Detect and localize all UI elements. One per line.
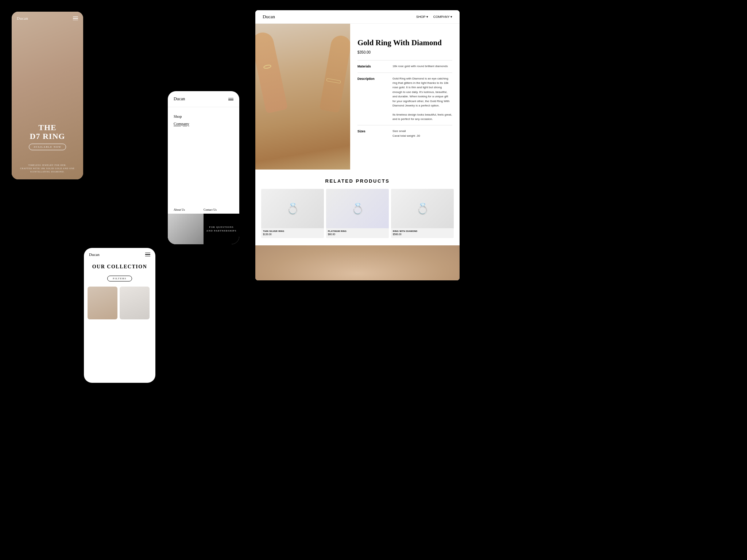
contact-us-label: Contact Us <box>204 208 233 211</box>
product-item-2[interactable] <box>120 287 150 319</box>
mobile2-logo: Ducan <box>174 96 185 102</box>
desktop-logo: Ducan <box>263 14 275 20</box>
description-label: Description <box>357 77 390 122</box>
hand-left <box>255 31 288 114</box>
hand-right <box>319 34 350 113</box>
nav-company[interactable]: Company <box>174 120 233 128</box>
detail-row-sizes: Sizes Size smallCarat total weight .30 <box>357 125 452 142</box>
product-title: Gold Ring With Diamond <box>357 38 452 47</box>
related-product-3-name: RING WITH DIAMOND <box>391 228 454 233</box>
nav-shop-link[interactable]: SHOP ▾ <box>416 15 428 19</box>
sizes-label: Sizes <box>357 129 390 138</box>
nav-shop[interactable]: Shop <box>174 113 233 120</box>
mobile3-logo: Ducan <box>89 252 100 257</box>
mobile1-footer: TIMELESS JEWELRY FOR HER.CRAFTED WITH 18… <box>12 164 83 174</box>
ring-decoration <box>263 64 272 69</box>
product-info-panel: Gold Ring With Diamond $350.00 Materials… <box>350 24 460 170</box>
portrait-strip <box>255 245 460 280</box>
related-product-3[interactable]: 💍 RING WITH DIAMOND $580.00 <box>391 189 454 238</box>
related-product-1[interactable]: 💍 THIN SILVER RING $130.00 <box>261 189 324 238</box>
product-item-1[interactable] <box>88 287 117 319</box>
ring-icon-2: 💍 <box>351 202 364 215</box>
materials-label: Materials <box>357 64 390 69</box>
hamburger-icon-3[interactable] <box>145 253 150 257</box>
related-products-section: RELATED PRODUCTS 💍 THIN SILVER RING $130… <box>255 170 460 245</box>
detail-row-description: Description Gold Ring with Diamond is an… <box>357 73 452 125</box>
about-us-label: About Us <box>174 208 204 211</box>
about-image[interactable] <box>168 214 204 244</box>
related-product-1-image: 💍 <box>261 189 324 228</box>
related-product-2-name: PLATINUM RING <box>326 228 389 233</box>
related-product-1-price: $130.00 <box>261 233 324 238</box>
related-product-1-name: THIN SILVER RING <box>261 228 324 233</box>
hamburger-icon-1[interactable] <box>73 16 78 20</box>
hamburger-icon-2[interactable] <box>228 98 233 100</box>
materials-value: 18k rose gold with round brilliant diamo… <box>392 64 448 69</box>
related-heading: RELATED PRODUCTS <box>261 178 454 184</box>
mobile-screen-3: Ducan OUR COLLECTION FILTERS <box>84 248 155 383</box>
related-product-2-image: 💍 <box>326 189 389 228</box>
related-product-2-price: $80.00 <box>326 233 389 238</box>
mobile-screen-1: Ducan THED7 RING AVAILABLE NOW TIMELESS … <box>12 12 83 179</box>
related-product-3-image: 💍 <box>391 189 454 228</box>
ring-icon-1: 💍 <box>286 202 299 215</box>
product-price: $350.00 <box>357 50 452 54</box>
desktop-product-page: Ducan SHOP ▾ COMPANY ▾ Gold Ring With Di… <box>255 10 460 280</box>
bracelet-decoration <box>326 78 341 83</box>
related-product-2[interactable]: 💍 PLATINUM RING $80.00 <box>326 189 389 238</box>
ring-icon-3: 💍 <box>416 202 429 215</box>
product-hero-image <box>255 24 350 170</box>
contact-text: FOR QUESTIONSAND PARTNERSHIPS <box>206 225 237 233</box>
nav-company-link[interactable]: COMPANY ▾ <box>433 15 452 19</box>
sizes-value: Size smallCarat total weight .30 <box>392 129 420 138</box>
filters-button[interactable]: FILTERS <box>107 276 132 281</box>
product-details: Materials 18k rose gold with round brill… <box>357 60 452 142</box>
mobile-screen-2: Ducan Shop Company About Us Contact Us F… <box>168 91 239 244</box>
mobile2-nav: Shop Company <box>168 107 239 128</box>
mobile1-title: THED7 RING <box>12 123 83 141</box>
product-section: Gold Ring With Diamond $350.00 Materials… <box>255 24 460 170</box>
description-value: Gold Ring with Diamond is an eye-catchin… <box>392 77 452 122</box>
mobile1-logo: Ducan <box>17 16 28 20</box>
desktop-nav: Ducan SHOP ▾ COMPANY ▾ <box>255 10 460 24</box>
collection-title: OUR COLLECTION <box>84 261 155 273</box>
available-now-button[interactable]: AVAILABLE NOW <box>29 144 66 150</box>
nav-links-group: SHOP ▾ COMPANY ▾ <box>416 15 452 19</box>
related-product-3-price: $580.00 <box>391 233 454 238</box>
contact-image[interactable]: FOR QUESTIONSAND PARTNERSHIPS <box>204 214 239 244</box>
products-grid <box>84 283 155 319</box>
detail-row-materials: Materials 18k rose gold with round brill… <box>357 60 452 72</box>
related-products-grid: 💍 THIN SILVER RING $130.00 💍 PLATINUM RI… <box>261 189 454 238</box>
